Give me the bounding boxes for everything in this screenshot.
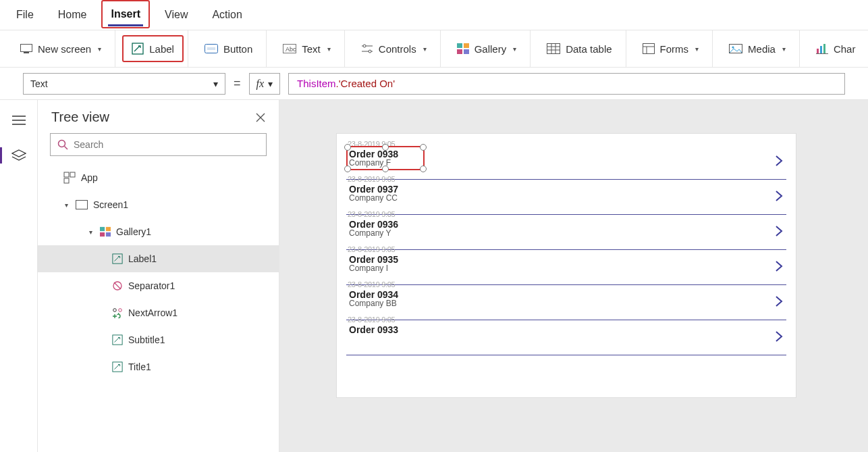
- charts-menu[interactable]: Char: [811, 40, 861, 58]
- chevron-right-icon[interactable]: [774, 154, 784, 168]
- tree-node-label1[interactable]: Label1: [38, 245, 279, 272]
- menu-action[interactable]: Action: [209, 5, 244, 25]
- caret-down-icon: ▾: [86, 228, 94, 236]
- svg-rect-10: [464, 43, 469, 48]
- svg-rect-29: [113, 254, 122, 263]
- canvas[interactable]: 23-8-2019 9:05Order 0938Company F23-8-20…: [279, 100, 868, 452]
- selection-outline[interactable]: [346, 146, 425, 170]
- svg-point-8: [369, 50, 371, 53]
- label-node-icon: [112, 253, 123, 264]
- svg-rect-18: [820, 46, 822, 53]
- resize-handle[interactable]: [382, 144, 389, 151]
- svg-rect-4: [207, 47, 215, 50]
- label-node-icon: [112, 334, 123, 345]
- item-subtitle-label: Company I: [349, 263, 766, 273]
- controls-menu[interactable]: Controls ▾: [356, 40, 432, 58]
- gallery-node-icon: [100, 226, 111, 237]
- gallery-item[interactable]: 23-8-2019 9:05Order 0936Company Y: [346, 215, 786, 250]
- tree-node-nextarrow1[interactable]: NextArrow1: [38, 299, 279, 326]
- item-title-label: Order 0933: [349, 324, 766, 335]
- button-icon: [205, 44, 218, 53]
- label-node-icon: [112, 361, 123, 372]
- resize-handle[interactable]: [344, 166, 351, 172]
- gallery-menu[interactable]: Gallery ▾: [452, 40, 522, 58]
- text-menu[interactable]: Abc Text ▾: [277, 40, 336, 58]
- media-menu[interactable]: Media ▾: [724, 40, 791, 58]
- forms-icon: [643, 43, 655, 54]
- property-selector[interactable]: Text ▾: [23, 73, 225, 95]
- item-subtitle-label: Company CC: [349, 193, 766, 203]
- svg-rect-28: [106, 232, 111, 236]
- search-icon: [57, 139, 68, 150]
- chevron-right-icon[interactable]: [774, 295, 784, 308]
- menu-home[interactable]: Home: [55, 5, 90, 25]
- layers-icon: [11, 149, 26, 161]
- svg-rect-0: [21, 45, 32, 52]
- chevron-down-icon: ▾: [327, 45, 331, 53]
- data-table-button[interactable]: Data table: [541, 40, 617, 58]
- menu-view[interactable]: View: [162, 5, 190, 25]
- fx-icon: fx: [256, 78, 265, 90]
- fx-button[interactable]: fx ▾: [249, 73, 281, 95]
- new-screen-button[interactable]: New screen ▾: [15, 40, 107, 58]
- resize-handle[interactable]: [420, 144, 427, 151]
- item-subtitle-label: Company Y: [349, 228, 766, 238]
- label-icon: [132, 43, 144, 55]
- formula-bar: Text ▾ = fx ▾ ThisItem.'Created On': [0, 68, 868, 100]
- tree-node-subtitle1[interactable]: Subtitle1: [38, 326, 279, 353]
- svg-text:Abc: Abc: [286, 46, 296, 53]
- close-icon: [256, 113, 265, 122]
- formula-input[interactable]: ThisItem.'Created On': [288, 73, 845, 95]
- svg-rect-22: [70, 172, 75, 177]
- menu-file[interactable]: File: [13, 5, 36, 25]
- svg-rect-11: [457, 49, 462, 54]
- hamburger-button[interactable]: [8, 109, 30, 131]
- app-screen: 23-8-2019 9:05Order 0938Company F23-8-20…: [337, 134, 796, 397]
- svg-point-32: [119, 309, 122, 312]
- resize-handle[interactable]: [382, 166, 389, 172]
- svg-rect-1: [24, 52, 29, 53]
- button-button[interactable]: Button: [199, 40, 258, 58]
- chevron-right-icon[interactable]: [774, 189, 784, 203]
- gallery-item[interactable]: 23-8-2019 9:05Order 0933: [346, 320, 786, 355]
- text-icon: Abc: [283, 44, 296, 53]
- tree-view-rail-button[interactable]: [8, 145, 30, 166]
- left-rail: [0, 100, 38, 452]
- chevron-down-icon: ▾: [98, 45, 101, 53]
- tree-node-title1[interactable]: Title1: [38, 353, 279, 380]
- svg-rect-34: [113, 362, 122, 372]
- chevron-down-icon: ▾: [695, 45, 699, 53]
- gallery-icon: [457, 43, 469, 54]
- tree-node-gallery1[interactable]: ▾ Gallery1: [38, 218, 279, 245]
- svg-rect-9: [457, 43, 462, 48]
- item-date-label: 23-8-2019 9:05: [348, 175, 395, 183]
- separator-node-icon: [112, 280, 123, 291]
- tree: App ▾ Screen1 ▾ Gallery1 Label1 Separato…: [38, 164, 279, 452]
- item-date-label: 23-8-2019 9:05: [348, 280, 395, 288]
- label-button[interactable]: Label: [126, 39, 180, 58]
- item-subtitle-label: Company BB: [349, 299, 766, 308]
- tree-search[interactable]: [50, 133, 267, 156]
- app-icon: [63, 172, 76, 184]
- item-date-label: 23-8-2019 9:05: [348, 210, 395, 218]
- gallery-item[interactable]: 23-8-2019 9:05Order 0937Company CC: [346, 180, 786, 215]
- chevron-right-icon[interactable]: [774, 330, 784, 343]
- forms-menu[interactable]: Forms ▾: [637, 40, 705, 58]
- menu-insert[interactable]: Insert: [108, 4, 143, 26]
- item-date-label: 23-8-2019 9:05: [348, 316, 395, 324]
- svg-rect-15: [730, 45, 742, 53]
- gallery-item[interactable]: 23-8-2019 9:05Order 0934Company BB: [346, 285, 786, 320]
- resize-handle[interactable]: [420, 166, 427, 172]
- chevron-right-icon[interactable]: [774, 259, 784, 273]
- tree-search-input[interactable]: [74, 139, 259, 150]
- screen-node-icon: [76, 200, 88, 209]
- tree-node-screen1[interactable]: ▾ Screen1: [38, 191, 279, 218]
- gallery-item[interactable]: 23-8-2019 9:05Order 0935Company I: [346, 250, 786, 285]
- item-date-label: 23-8-2019 9:05: [348, 245, 395, 253]
- chevron-right-icon[interactable]: [774, 224, 784, 238]
- resize-handle[interactable]: [344, 144, 351, 151]
- tree-node-separator1[interactable]: Separator1: [38, 272, 279, 299]
- close-panel-button[interactable]: [256, 113, 265, 122]
- tree-node-app[interactable]: App: [38, 164, 279, 191]
- equals-sign: =: [234, 76, 241, 91]
